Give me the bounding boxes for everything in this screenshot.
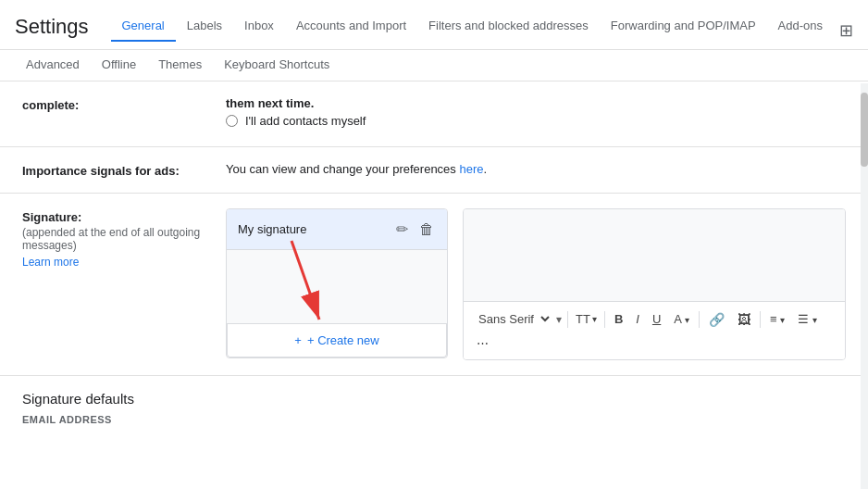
text-color-button[interactable]: A ▾ [668,308,695,330]
signature-label: Signature: (appended at the end of all o… [22,208,226,269]
tab-filters[interactable]: Filters and blocked addresses [417,11,600,42]
page-title: Settings [15,15,89,46]
signature-item-actions: ✏ 🗑 [394,219,436,240]
scrollbar-thumb[interactable] [861,93,868,167]
link-icon: 🔗 [709,312,725,327]
list-icon: ☰ [798,312,809,326]
font-size-label: TT [576,312,590,326]
signature-label-text: Signature: [22,210,81,224]
italic-button[interactable]: I [630,308,645,330]
image-icon: 🖼 [738,312,750,327]
create-new-label: + Create new [307,333,379,347]
tab-offline[interactable]: Offline [91,50,147,82]
toolbar-divider-2 [604,311,605,328]
toolbar-divider-1 [567,311,568,328]
importance-here-link[interactable]: here [459,162,483,176]
signature-preview-area [227,250,447,324]
complete-bold-text: them next time. [226,96,846,110]
signature-container: My signature ✏ 🗑 [226,208,846,360]
toolbar-divider-4 [760,311,761,328]
font-family-select[interactable]: Sans Serif [471,307,552,331]
more-options-icon: ⋯ [477,336,489,350]
tab-advanced[interactable]: Advanced [15,50,91,82]
align-button[interactable]: ≡ ▾ [764,308,790,330]
bold-button[interactable]: B [609,308,628,330]
chevron-down-font-icon: ▾ [556,313,562,326]
scrollbar[interactable] [861,83,868,489]
complete-row: complete: them next time. I'll add conta… [0,82,868,147]
radio-add-contacts-input[interactable] [226,115,238,127]
delete-signature-button[interactable]: 🗑 [417,219,436,240]
list-button[interactable]: ☰ ▾ [792,308,823,330]
signature-name: My signature [238,222,306,236]
secondary-nav: Advanced Offline Themes Keyboard Shortcu… [0,50,868,82]
tab-inbox[interactable]: Inbox [233,11,285,42]
complete-label: complete: [22,96,226,112]
radio-add-contacts-label: I'll add contacts myself [245,114,366,128]
list-chevron: ▾ [812,315,817,325]
tab-themes[interactable]: Themes [147,50,213,82]
create-new-signature-button[interactable]: + + Create new [227,324,447,357]
page-wrapper: Settings General Labels Inbox Accounts a… [0,0,868,489]
svg-line-1 [291,241,319,320]
link-button[interactable]: 🔗 [703,308,730,331]
importance-text-before: You can view and change your preferences [226,162,459,176]
align-chevron: ▾ [780,315,785,325]
signature-list: My signature ✏ 🗑 [226,208,448,358]
tab-forwarding[interactable]: Forwarding and POP/IMAP [600,11,767,42]
importance-content: You can view and change your preferences… [226,162,846,176]
signature-editor-area[interactable] [464,209,845,302]
signature-defaults-title: Signature defaults [22,391,846,407]
edit-signature-button[interactable]: ✏ [394,219,410,240]
signature-list-wrapper: My signature ✏ 🗑 [226,208,448,360]
tab-accounts[interactable]: Accounts and Import [285,11,417,42]
font-size-button[interactable]: TT ▾ [572,308,601,330]
complete-content: them next time. I'll add contacts myself [226,96,846,132]
importance-row: Importance signals for ads: You can view… [0,147,868,194]
importance-label: Importance signals for ads: [22,162,226,178]
tab-keyboard[interactable]: Keyboard Shortcuts [213,50,341,82]
tab-labels[interactable]: Labels [176,11,233,42]
text-color-chevron: ▾ [685,315,689,325]
more-options-button[interactable]: ⋯ [471,332,494,354]
font-size-chevron: ▾ [592,314,597,324]
settings-icon: ⊞ [839,20,853,41]
radio-add-contacts: I'll add contacts myself [226,114,846,128]
underline-button[interactable]: U [647,308,666,330]
align-icon: ≡ [770,312,777,326]
toolbar-divider-3 [699,311,700,328]
importance-text-after: . [484,162,488,176]
tab-addons[interactable]: Add-ons [767,11,834,42]
email-address-label: EMAIL ADDRESS [22,414,846,425]
learn-more-link[interactable]: Learn more [22,256,226,269]
signature-defaults-row: Signature defaults EMAIL ADDRESS [0,376,868,440]
signature-sublabel: (appended at the end of all outgoing mes… [22,226,226,252]
tab-general[interactable]: General [111,11,176,42]
create-new-icon: + [294,333,302,347]
signature-content: My signature ✏ 🗑 [226,208,846,360]
settings-content: complete: them next time. I'll add conta… [0,82,868,487]
signature-row: Signature: (appended at the end of all o… [0,194,868,376]
signature-editor: Sans Serif ▾ TT ▾ B I U [463,208,846,360]
signature-toolbar: Sans Serif ▾ TT ▾ B I U [464,302,845,359]
text-color-label: A [674,312,681,326]
signature-list-item[interactable]: My signature ✏ 🗑 [227,209,447,250]
settings-header: Settings General Labels Inbox Accounts a… [0,0,868,50]
image-button[interactable]: 🖼 [732,308,756,331]
